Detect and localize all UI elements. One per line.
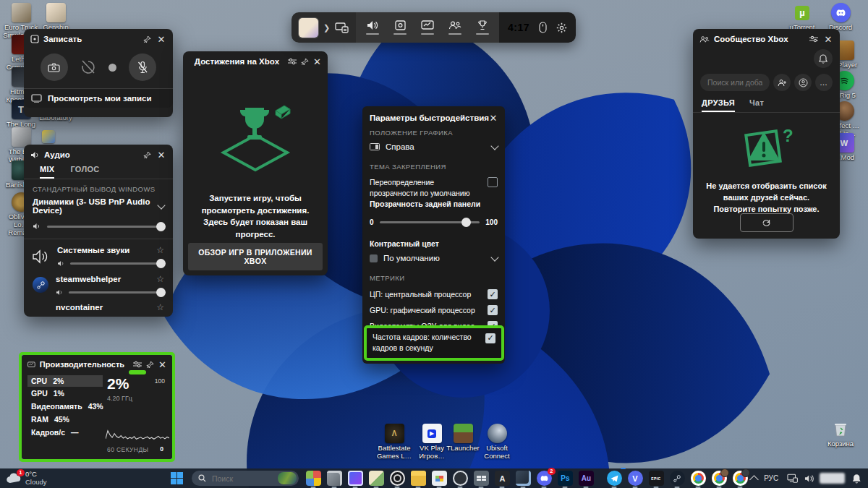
desktop-icon[interactable] <box>41 130 56 143</box>
file-explorer-icon[interactable] <box>411 471 426 486</box>
tab-friends[interactable]: ДРУЗЬЯ <box>702 98 735 112</box>
taskbar-app[interactable]: A <box>495 471 510 486</box>
app-volume-slider[interactable] <box>70 262 164 265</box>
chrome-profile-icon[interactable] <box>712 471 727 486</box>
app-volume-slider[interactable] <box>69 291 164 294</box>
weather-widget[interactable]: 1 0°C Cloudy <box>0 471 110 487</box>
master-volume-slider[interactable] <box>47 226 164 228</box>
desktop-icon[interactable]: Λ Battlestate Games L… <box>375 424 414 461</box>
mouse-icon[interactable] <box>539 22 547 33</box>
taskbar-app[interactable] <box>390 471 405 486</box>
desktop-icon[interactable]: Discord <box>821 3 860 32</box>
tab-chat[interactable]: Чат <box>749 98 764 112</box>
settings-sliders-icon[interactable] <box>133 359 142 369</box>
vk-icon[interactable]: V <box>628 471 643 486</box>
pin-icon[interactable] <box>146 359 154 369</box>
settings-sliders-icon[interactable] <box>288 56 297 67</box>
metric-row-ram[interactable]: RAM 45% <box>27 413 103 426</box>
capture-widget-toggle[interactable] <box>393 20 407 35</box>
output-device-dropdown[interactable]: Динамики (3- USB PnP Audio Device) <box>33 197 164 215</box>
performance-widget-toggle[interactable] <box>421 20 434 35</box>
pin-icon[interactable] <box>142 150 152 160</box>
tab-mix[interactable]: MIX <box>40 165 54 179</box>
start-button[interactable] <box>169 471 184 486</box>
record-last-button[interactable] <box>80 59 96 75</box>
favorite-star-icon[interactable]: ☆ <box>156 245 164 255</box>
photoshop-icon[interactable]: Ps <box>558 471 573 486</box>
recycle-bin[interactable]: Корзина <box>821 419 860 448</box>
close-icon[interactable]: ✕ <box>156 150 166 160</box>
social-widget-toggle[interactable] <box>448 20 461 35</box>
transparency-slider[interactable] <box>380 221 480 223</box>
record-button[interactable] <box>109 64 116 72</box>
game-icon <box>12 3 31 22</box>
close-icon[interactable]: ✕ <box>489 113 498 123</box>
metric-row-cpu[interactable]: CPU 2% <box>27 375 103 387</box>
settings-sliders-icon[interactable] <box>809 34 819 44</box>
desktop-icon[interactable]: Ubisoft Connect <box>477 424 516 461</box>
metric-checkbox[interactable] <box>488 305 498 315</box>
avatar[interactable] <box>299 18 318 38</box>
lfg-button[interactable] <box>794 74 812 91</box>
telegram-icon[interactable] <box>607 471 622 486</box>
add-friend-button[interactable] <box>773 74 791 91</box>
graph-position-dropdown[interactable]: Справа <box>370 142 498 151</box>
epic-games-icon[interactable]: EPIC <box>649 471 664 486</box>
achievements-message: Запустите игру, чтобы просмотреть достиж… <box>183 174 328 241</box>
clock-blurred[interactable] <box>820 473 845 484</box>
search-input[interactable] <box>210 474 273 484</box>
metric-row-vram[interactable]: Видеопамять 43% <box>27 400 103 413</box>
notification-bell-icon[interactable] <box>852 474 861 484</box>
tab-voice[interactable]: ГОЛОС <box>70 165 99 179</box>
widgets-menu-icon[interactable] <box>335 22 349 33</box>
achievements-widget-toggle[interactable] <box>476 20 489 35</box>
audition-icon[interactable]: Au <box>579 471 594 486</box>
mixer-app-name: nvcontainer <box>56 303 156 312</box>
gear-icon[interactable] <box>556 22 567 33</box>
more-options-button[interactable]: … <box>815 74 833 91</box>
metric-row-highlighted: Частота кадров: количество кадров в секу… <box>364 325 504 361</box>
chrome-profile-icon[interactable] <box>733 471 748 486</box>
close-icon[interactable]: ✕ <box>158 359 166 369</box>
favorite-star-icon[interactable]: ☆ <box>156 302 164 312</box>
taskbar-app[interactable] <box>306 471 321 486</box>
show-my-captures-button[interactable]: Просмотреть мои записи <box>24 88 173 108</box>
metric-checkbox[interactable] <box>488 289 498 299</box>
taskbar-app[interactable] <box>348 471 363 486</box>
chevron-right-icon[interactable]: ❯ <box>323 23 330 33</box>
close-icon[interactable]: ✕ <box>156 34 166 44</box>
taskbar-search[interactable] <box>192 471 299 486</box>
network-display-icon[interactable] <box>787 474 798 483</box>
search-input[interactable] <box>700 74 770 91</box>
retry-button[interactable] <box>740 213 793 232</box>
taskbar-app[interactable] <box>453 471 468 486</box>
taskbar-app[interactable] <box>327 471 342 486</box>
calculator-icon[interactable] <box>474 471 489 486</box>
transparency-override-checkbox[interactable] <box>488 177 498 187</box>
favorite-star-icon[interactable]: ☆ <box>156 274 164 284</box>
contrast-color-dropdown[interactable]: По умолчанию <box>370 254 498 262</box>
metric-row-gpu[interactable]: GPU 1% <box>27 387 103 400</box>
pin-icon[interactable] <box>142 34 152 44</box>
pin-icon[interactable] <box>301 56 309 67</box>
metric-checkbox[interactable] <box>485 333 495 343</box>
volume-icon[interactable] <box>804 474 814 483</box>
metric-row-fps[interactable]: Кадров/с — <box>27 426 103 439</box>
taskbar-app[interactable] <box>369 471 384 486</box>
desktop-icon[interactable]: TLauncher <box>443 424 482 453</box>
steam-icon[interactable] <box>670 471 685 486</box>
tray-chevron-up-icon[interactable] <box>749 475 758 484</box>
screenshot-button[interactable] <box>41 53 68 81</box>
browse-games-button[interactable]: ОБЗОР ИГР В ПРИЛОЖЕНИИ XBOX <box>188 243 323 270</box>
mic-toggle-button[interactable] <box>129 53 156 81</box>
taskbar-app[interactable] <box>516 471 531 486</box>
language-indicator[interactable]: РУС <box>764 474 778 482</box>
close-icon[interactable]: ✕ <box>313 56 321 67</box>
desktop-icon[interactable]: µ µTorrent <box>783 3 822 32</box>
notifications-button[interactable] <box>814 49 833 68</box>
discord-taskbar-icon[interactable]: 2 <box>537 471 552 486</box>
chrome-icon[interactable] <box>691 471 706 486</box>
microsoft-store-icon[interactable] <box>432 471 447 486</box>
audio-widget-toggle[interactable] <box>366 20 379 35</box>
close-icon[interactable]: ✕ <box>823 34 833 44</box>
